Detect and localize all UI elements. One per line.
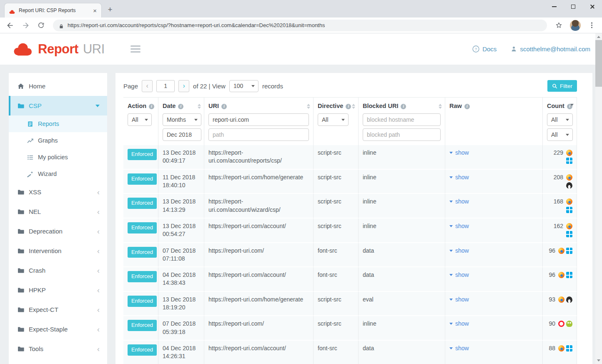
windows-icon — [566, 158, 572, 164]
sidebar-item-reports[interactable]: Reports — [9, 115, 107, 132]
user-icon — [511, 46, 517, 52]
next-page-button[interactable]: › — [178, 80, 189, 92]
sort-icon[interactable] — [307, 104, 310, 109]
sidebar-item-hpkp[interactable]: HPKP — [9, 280, 107, 300]
account-link[interactable]: scotthelme@hotmail.com — [511, 45, 590, 53]
info-icon[interactable] — [464, 104, 470, 109]
date-cell: 13 Dec 201800:54:27 — [158, 218, 204, 243]
sidebar-item-graphs[interactable]: Graphs — [9, 132, 107, 149]
sidebar-item-home[interactable]: Home — [9, 76, 107, 96]
sidebar-item-label: Intervention — [29, 247, 61, 254]
count-value: 96 — [549, 247, 555, 254]
menu-toggle[interactable] — [129, 44, 142, 54]
blocked-path-input[interactable] — [363, 128, 441, 141]
report-uri-logo[interactable]: Report URI — [12, 42, 105, 57]
action-badge: Enforced — [128, 296, 157, 307]
sidebar-item-setup[interactable]: Setup — [9, 359, 107, 364]
date-cell: 13 Dec 201800:49:17 — [158, 145, 204, 170]
docs-link[interactable]: ? Docs — [472, 45, 497, 53]
windows-icon — [566, 272, 572, 278]
prev-page-button[interactable]: ‹ — [142, 80, 153, 92]
scrollbar-thumb[interactable] — [595, 40, 602, 87]
sidebar-item-label: XSS — [29, 188, 41, 196]
show-raw-link[interactable]: show — [449, 247, 469, 254]
back-icon[interactable] — [6, 21, 14, 30]
show-raw-link[interactable]: show — [449, 345, 469, 351]
records-per-page-select[interactable]: 100 — [229, 80, 258, 92]
uri-path-input[interactable] — [208, 128, 309, 141]
bookmark-star-icon[interactable] — [555, 22, 562, 29]
show-raw-link[interactable]: show — [449, 271, 469, 278]
chevron-down-icon — [194, 119, 198, 121]
count-filter-select-bottom[interactable]: All — [547, 128, 573, 141]
caret-down-icon — [449, 225, 453, 227]
page-number-input[interactable] — [156, 80, 175, 92]
refresh-icon[interactable] — [38, 22, 45, 29]
new-tab-button[interactable]: + — [104, 3, 116, 16]
caret-down-icon — [449, 347, 453, 349]
show-raw-link[interactable]: show — [449, 149, 469, 156]
sidebar-item-my-policies[interactable]: My policies — [9, 149, 107, 166]
sidebar-item-nel[interactable]: NEL — [9, 202, 107, 221]
sidebar-item-label: Crash — [29, 267, 45, 274]
col-action: Action — [123, 97, 158, 110]
sort-desc-icon[interactable] — [570, 106, 574, 113]
minimize-button[interactable] — [544, 0, 564, 13]
address-bar[interactable]: https://report-uri.com/account/reports/c… — [53, 20, 547, 31]
help-icon: ? — [472, 45, 479, 53]
info-icon[interactable] — [401, 104, 406, 109]
info-icon[interactable] — [346, 104, 351, 109]
sort-icon[interactable] — [439, 104, 442, 109]
show-raw-link[interactable]: show — [449, 223, 469, 229]
docs-label: Docs — [482, 45, 497, 53]
show-raw-link[interactable]: show — [449, 198, 469, 205]
scroll-down-icon[interactable] — [595, 357, 602, 364]
maximize-button[interactable] — [564, 0, 583, 13]
report-row: Enforced04 Dec 201814:26:31https://repor… — [123, 341, 577, 364]
count-value: 229 — [554, 149, 563, 156]
report-row: Enforced07 Dec 201807:11:08https://repor… — [123, 243, 577, 268]
blocked-hostname-input[interactable] — [363, 113, 441, 126]
sidebar-item-intervention[interactable]: Intervention — [9, 241, 107, 261]
date-filter-input[interactable] — [163, 128, 201, 141]
directive-filter-select[interactable]: All — [318, 113, 349, 126]
sidebar-item-deprecation[interactable]: Deprecation — [9, 221, 107, 241]
directive-cell: font-src — [314, 341, 359, 364]
uri-hostname-input[interactable] — [208, 113, 309, 126]
firefox-icon — [558, 272, 564, 278]
browser-menu-icon[interactable] — [588, 22, 595, 29]
sort-icon[interactable] — [352, 104, 355, 109]
forward-icon[interactable] — [22, 21, 30, 30]
sidebar-item-tools[interactable]: Tools — [9, 339, 107, 359]
info-icon[interactable] — [221, 104, 227, 109]
sort-icon[interactable] — [198, 104, 201, 109]
date-unit-select[interactable]: Months — [163, 113, 201, 126]
count-filter-select-top[interactable]: All — [547, 113, 573, 126]
report-row: Enforced13 Dec 201814:13:29https://repor… — [123, 194, 577, 218]
sidebar-item-xss[interactable]: XSS — [9, 182, 107, 202]
info-icon[interactable] — [149, 104, 154, 109]
info-icon[interactable] — [178, 104, 183, 109]
sidebar-item-label: My policies — [38, 154, 68, 161]
sidebar-item-expect-staple[interactable]: Expect-Staple — [9, 319, 107, 339]
sidebar-item-crash[interactable]: Crash — [9, 261, 107, 280]
action-cell: Enforced — [123, 243, 158, 268]
tab-close-icon[interactable]: × — [92, 8, 98, 14]
page-scrollbar[interactable] — [595, 33, 602, 364]
home-icon — [18, 83, 24, 90]
scroll-up-icon[interactable] — [595, 33, 602, 40]
show-raw-link[interactable]: show — [449, 320, 469, 327]
profile-avatar[interactable] — [570, 20, 581, 31]
action-filter-select[interactable]: All — [128, 113, 152, 126]
firefox-icon — [566, 174, 572, 181]
close-window-button[interactable] — [583, 0, 602, 13]
show-raw-link[interactable]: show — [449, 296, 469, 303]
filter-button[interactable]: Filter — [547, 80, 577, 92]
sidebar-item-expect-ct[interactable]: Expect-CT — [9, 300, 107, 319]
sidebar-item-csp[interactable]: CSP — [9, 96, 107, 115]
report-row: Enforced07 Dec 201805:39:18https://repor… — [123, 316, 577, 341]
browser-tab[interactable]: Report URI: CSP Reports × — [4, 3, 102, 18]
sidebar-item-wizard[interactable]: Wizard — [9, 166, 107, 182]
show-raw-link[interactable]: show — [449, 174, 469, 181]
col-blocked-uri: Blocked URI — [359, 97, 445, 110]
